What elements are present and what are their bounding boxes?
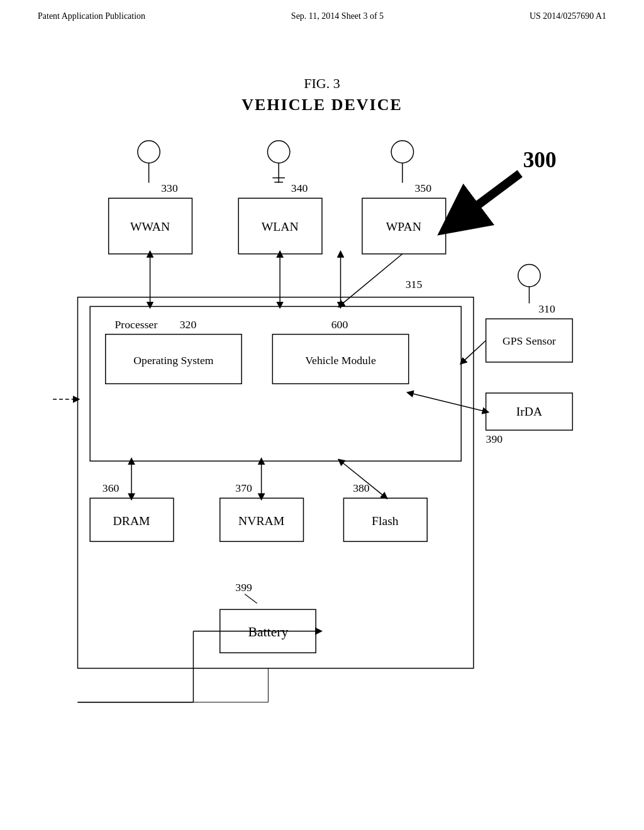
figure-number: FIG. 3 <box>31 75 613 92</box>
battery-label: Battery <box>248 624 289 639</box>
processer-label: Processer <box>115 318 158 331</box>
wlan-antenna-circle <box>267 141 289 163</box>
gps-label: GPS Sensor <box>502 335 556 347</box>
ref-300: 300 <box>523 147 557 172</box>
ref-330: 330 <box>161 182 178 194</box>
wpan-antenna-circle <box>391 141 413 163</box>
os-label: Operating System <box>133 354 213 367</box>
wlan-label: WLAN <box>262 219 299 233</box>
outer-box <box>78 297 474 668</box>
wwan-label: WWAN <box>130 219 170 233</box>
ref-320: 320 <box>180 318 197 331</box>
header-right: US 2014/0257690 A1 <box>530 11 606 21</box>
ref-310: 310 <box>538 302 555 315</box>
ref-390: 390 <box>486 433 503 445</box>
ref-380: 380 <box>353 482 370 494</box>
ref-315: 315 <box>406 278 423 290</box>
vehicle-module-label: Vehicle Module <box>305 354 376 367</box>
svg-line-0 <box>458 174 519 220</box>
wpan-label: WPAN <box>386 219 421 233</box>
irda-label: IrDA <box>516 404 543 418</box>
figure-title: VEHICLE DEVICE <box>31 96 613 114</box>
ref-370: 370 <box>235 482 252 494</box>
svg-line-3 <box>245 594 257 604</box>
flash-label: Flash <box>372 514 399 528</box>
ref-399: 399 <box>235 581 252 594</box>
dram-label: DRAM <box>113 514 150 528</box>
header-center: Sep. 11, 2014 Sheet 3 of 5 <box>291 11 384 21</box>
ref-360: 360 <box>103 482 119 494</box>
diagram-container: FIG. 3 VEHICLE DEVICE 300 <box>31 75 613 792</box>
page-header: Patent Application Publication Sep. 11, … <box>0 0 644 21</box>
nvram-label: NVRAM <box>238 514 284 528</box>
ref-600: 600 <box>331 318 348 331</box>
ref-340: 340 <box>291 182 308 194</box>
header-left: Patent Application Publication <box>38 11 145 21</box>
ref-350: 350 <box>415 182 432 194</box>
diagram-svg: 300 330 WWAN <box>31 133 613 764</box>
arrow-gps-proc <box>462 340 486 362</box>
arrow-irda-vehicle <box>410 393 486 412</box>
wwan-antenna-circle <box>138 141 160 163</box>
gps-antenna-circle <box>518 265 540 287</box>
